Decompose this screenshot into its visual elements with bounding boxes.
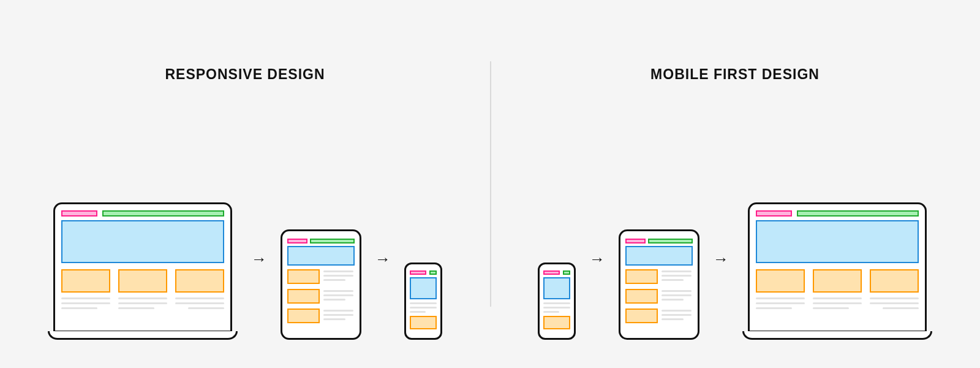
tablet-screen <box>625 239 693 329</box>
phone-screen <box>410 270 437 331</box>
diagram-canvas: RESPONSIVE DESIGN <box>0 0 980 368</box>
tablet-icon <box>281 229 361 340</box>
arrow-icon: → <box>589 250 605 269</box>
phone-icon <box>538 263 576 340</box>
laptop-icon <box>742 202 932 340</box>
laptop-screen <box>61 210 224 326</box>
laptop-screen <box>756 210 919 326</box>
panel-responsive: RESPONSIVE DESIGN <box>0 0 490 368</box>
row-responsive: → <box>48 202 442 340</box>
phone-icon <box>404 263 442 340</box>
phone-screen <box>543 270 570 331</box>
panel-mobile-first: MOBILE FIRST DESIGN → <box>490 0 980 368</box>
arrow-icon: → <box>713 250 729 269</box>
row-mobile-first: → <box>538 202 932 340</box>
arrow-icon: → <box>375 250 391 269</box>
title-responsive: RESPONSIVE DESIGN <box>0 66 490 83</box>
tablet-icon <box>619 229 699 340</box>
tablet-screen <box>287 239 355 329</box>
title-mobile-first: MOBILE FIRST DESIGN <box>490 66 980 83</box>
laptop-icon <box>48 202 238 340</box>
arrow-icon: → <box>251 250 267 269</box>
